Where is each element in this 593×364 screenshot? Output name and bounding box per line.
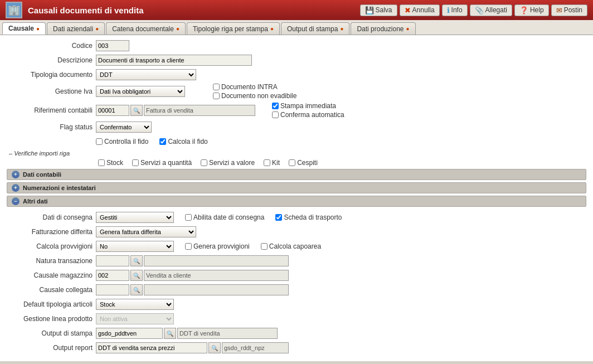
fido-row: Controlla il fido Calcola il fido (7, 135, 586, 148)
page-title: Causali documenti di vendita (28, 6, 360, 15)
calcola-provvigioni-select[interactable]: No (96, 241, 174, 252)
annulla-button[interactable]: ✖ Annulla (400, 4, 440, 16)
abilita-date-consegna-check[interactable]: Abilita date di consegna (185, 213, 264, 221)
altri-dati-icon: − (12, 197, 20, 205)
output-stampa-row: Output di stampa 🔍 (7, 327, 586, 339)
output-stampa-search-button[interactable]: 🔍 (164, 328, 176, 339)
riferimenti-code-input[interactable] (96, 105, 129, 116)
calcola-fido-check[interactable]: Calcola il fido (159, 138, 207, 145)
tab-dati-aziendali-icon: ● (95, 26, 99, 32)
altri-dati-content: Dati di consegna Gestiti Abilita date di… (7, 209, 586, 358)
toolbar: 💾 Salva ✖ Annulla ℹ Info 📎 Allegati ❓ He… (360, 4, 587, 16)
natura-transazione-row: Natura transazione 🔍 (7, 255, 586, 267)
dati-contabili-section[interactable]: + Dati contabili (7, 169, 586, 180)
tipologia-select[interactable]: DDT (96, 69, 196, 80)
stock-check[interactable]: Stock (98, 159, 123, 167)
dati-consegna-select[interactable]: Gestiti (96, 212, 174, 223)
gestione-linea-row: Gestione linea prodotto Non attiva (7, 313, 586, 325)
tab-catena-documentale[interactable]: Catena documentale ● (106, 22, 186, 35)
scheda-trasporto-check[interactable]: Scheda di trasporto (275, 213, 342, 221)
numerazioni-section[interactable]: + Numerazioni e intestatari (7, 182, 586, 193)
altri-dati-section[interactable]: − Altri dati (7, 196, 586, 207)
causale-collegata-search-button[interactable]: 🔍 (130, 284, 143, 295)
riferimenti-label: Riferimenti contabili (7, 106, 96, 114)
tab-output-icon: ● (340, 26, 343, 32)
causale-collegata-code-input[interactable] (96, 284, 129, 295)
conferma-automatica-check[interactable]: Conferma automatica (272, 111, 344, 119)
tipologia-label: Tipologia documento (7, 71, 96, 79)
verifica-label: – Verifiche importi riga (9, 150, 70, 157)
causale-magazzino-code-input[interactable] (96, 270, 129, 281)
gestione-iva-select[interactable]: Dati Iva obbligatori (96, 86, 185, 97)
servizi-valore-check[interactable]: Servizi a valore (201, 159, 255, 167)
causale-magazzino-row: Causale magazzino 🔍 (7, 269, 586, 282)
default-tipologia-label: Default tipologia articoli (7, 300, 96, 308)
verifica-checks-row: Stock Servizi a quantità Servizi a valor… (7, 159, 586, 167)
allegati-button[interactable]: 📎 Allegati (470, 4, 512, 16)
gestione-linea-select: Non attiva (96, 313, 174, 324)
help-button[interactable]: ❓ Help (514, 4, 549, 16)
causale-collegata-desc-input (144, 284, 289, 295)
output-stampa-code-input[interactable] (96, 328, 163, 339)
causale-collegata-label: Causale collegata (7, 286, 96, 294)
default-tipologia-select[interactable]: Stock (96, 299, 174, 310)
servizi-quantita-check[interactable]: Servizi a quantità (132, 159, 192, 167)
tab-dati-produzione[interactable]: Dati produzione ● (351, 22, 415, 35)
documento-non-evadibile-check[interactable]: Documento non evadibile (213, 92, 296, 100)
output-report-label: Output report (7, 344, 96, 352)
output-stampa-desc-input (177, 328, 278, 339)
dati-contabili-label: Dati contabili (23, 171, 61, 178)
flag-status-select[interactable]: Confermato (96, 122, 152, 133)
documento-intra-check[interactable]: Documento INTRA (213, 83, 296, 91)
allegati-icon: 📎 (475, 6, 484, 14)
tab-tipologie-icon: ● (270, 26, 274, 32)
tab-dati-produzione-icon: ● (406, 26, 409, 32)
stampa-immediata-check[interactable]: Stampa immediata (272, 102, 344, 110)
descrizione-row: Descrizione (7, 54, 586, 66)
cespiti-check[interactable]: Cespiti (289, 159, 318, 167)
causale-magazzino-label: Causale magazzino (7, 271, 96, 279)
riferimenti-row: Riferimenti contabili 🔍 Stampa immediata… (7, 102, 586, 119)
postin-button[interactable]: ✉ Postin (551, 4, 587, 16)
riferimenti-desc-input (144, 105, 255, 116)
numerazioni-label: Numerazioni e intestatari (23, 185, 96, 191)
tab-output-stampa[interactable]: Output di stampa ● (281, 22, 349, 35)
calcola-capoarea-check[interactable]: Calcola capoarea (261, 242, 321, 250)
info-button[interactable]: ℹ Info (442, 4, 468, 16)
annulla-icon: ✖ (405, 6, 411, 14)
codice-input[interactable] (96, 40, 129, 51)
default-tipologia-row: Default tipologia articoli Stock (7, 298, 586, 310)
fatturazione-label: Fatturazione differita (7, 228, 96, 236)
gestione-iva-label: Gestione Iva (7, 88, 96, 95)
output-report-code-input[interactable] (96, 342, 207, 353)
verifica-row: – Verifiche importi riga (7, 150, 586, 157)
title-bar: 🏢 Causali documenti di vendita 💾 Salva ✖… (0, 0, 593, 20)
tab-causale-icon: ● (36, 26, 40, 32)
causale-magazzino-search-button[interactable]: 🔍 (130, 270, 143, 281)
help-icon: ❓ (519, 6, 528, 14)
genera-provvigioni-check[interactable]: Genera provvigioni (185, 242, 250, 250)
tab-dati-aziendali[interactable]: Dati aziendali ● (47, 22, 105, 35)
info-icon: ℹ (447, 6, 450, 14)
fatturazione-select[interactable]: Genera fattura differita (96, 226, 196, 237)
natura-transazione-code-input[interactable] (96, 255, 129, 266)
controlla-fido-check[interactable]: Controlla il fido (96, 138, 148, 145)
dati-consegna-row: Dati di consegna Gestiti Abilita date di… (7, 211, 586, 224)
save-button[interactable]: 💾 Salva (360, 4, 397, 16)
tab-tipologie-riga[interactable]: Tipologie riga per stampa ● (187, 22, 280, 35)
save-icon: 💾 (365, 6, 374, 14)
causale-magazzino-desc-input (144, 270, 289, 281)
kit-check[interactable]: Kit (264, 159, 280, 167)
riferimenti-search-button[interactable]: 🔍 (130, 105, 143, 116)
causale-collegata-row: Causale collegata 🔍 (7, 284, 586, 296)
gestione-linea-label: Gestione linea prodotto (7, 315, 96, 323)
calcola-provvigioni-label: Calcola provvigioni (7, 242, 96, 250)
descrizione-input[interactable] (96, 55, 252, 66)
descrizione-label: Descrizione (7, 56, 96, 64)
natura-transazione-search-button[interactable]: 🔍 (130, 255, 143, 266)
tab-causale[interactable]: Causale ● (2, 22, 46, 35)
tab-catena-icon: ● (176, 26, 179, 32)
dati-contabili-icon: + (12, 171, 20, 178)
altri-dati-label: Altri dati (23, 198, 48, 205)
output-report-search-button[interactable]: 🔍 (208, 342, 221, 353)
